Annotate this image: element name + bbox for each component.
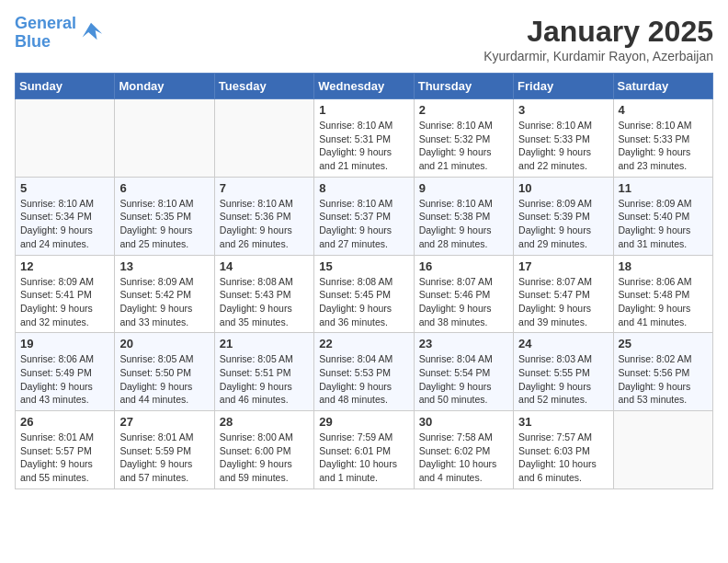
calendar-cell: 23Sunrise: 8:04 AM Sunset: 5:54 PM Dayli… — [414, 333, 513, 411]
calendar-cell — [613, 411, 712, 489]
calendar-cell: 4Sunrise: 8:10 AM Sunset: 5:33 PM Daylig… — [613, 99, 712, 178]
calendar-cell: 15Sunrise: 8:08 AM Sunset: 5:45 PM Dayli… — [314, 255, 414, 333]
day-number: 6 — [119, 181, 209, 195]
day-info: Sunrise: 8:10 AM Sunset: 5:33 PM Dayligh… — [619, 119, 708, 173]
calendar-cell: 11Sunrise: 8:09 AM Sunset: 5:40 PM Dayli… — [613, 177, 712, 255]
day-number: 20 — [119, 337, 209, 350]
day-number: 7 — [220, 181, 309, 195]
day-info: Sunrise: 8:04 AM Sunset: 5:53 PM Dayligh… — [319, 352, 408, 407]
calendar-cell: 21Sunrise: 8:05 AM Sunset: 5:51 PM Dayli… — [214, 333, 313, 411]
calendar-cell: 29Sunrise: 7:59 AM Sunset: 6:01 PM Dayli… — [314, 411, 414, 489]
calendar-cell: 28Sunrise: 8:00 AM Sunset: 6:00 PM Dayli… — [214, 411, 313, 489]
day-number: 25 — [619, 337, 708, 350]
day-info: Sunrise: 8:07 AM Sunset: 5:46 PM Dayligh… — [419, 275, 508, 329]
calendar-header-tuesday: Tuesday — [214, 74, 313, 99]
calendar-cell — [115, 99, 214, 178]
calendar-week-row: 5Sunrise: 8:10 AM Sunset: 5:34 PM Daylig… — [16, 177, 713, 255]
day-info: Sunrise: 8:10 AM Sunset: 5:35 PM Dayligh… — [119, 197, 209, 251]
title-block: January 2025 Kyurdarmir, Kurdamir Rayon,… — [483, 15, 713, 63]
day-info: Sunrise: 8:06 AM Sunset: 5:49 PM Dayligh… — [20, 352, 109, 407]
calendar-cell: 26Sunrise: 8:01 AM Sunset: 5:57 PM Dayli… — [16, 411, 115, 489]
day-number: 14 — [220, 259, 309, 273]
day-info: Sunrise: 7:59 AM Sunset: 6:01 PM Dayligh… — [319, 431, 408, 485]
day-info: Sunrise: 8:09 AM Sunset: 5:41 PM Dayligh… — [20, 275, 109, 329]
day-number: 26 — [20, 415, 109, 429]
calendar-cell: 12Sunrise: 8:09 AM Sunset: 5:41 PM Dayli… — [16, 255, 115, 333]
day-number: 18 — [619, 259, 708, 273]
calendar-cell: 31Sunrise: 7:57 AM Sunset: 6:03 PM Dayli… — [514, 411, 613, 489]
day-number: 29 — [319, 415, 408, 429]
calendar-cell: 20Sunrise: 8:05 AM Sunset: 5:50 PM Dayli… — [115, 333, 214, 411]
day-number: 17 — [518, 259, 608, 273]
day-info: Sunrise: 8:10 AM Sunset: 5:38 PM Dayligh… — [419, 197, 508, 251]
calendar-header-thursday: Thursday — [414, 74, 513, 99]
calendar-week-row: 12Sunrise: 8:09 AM Sunset: 5:41 PM Dayli… — [16, 255, 713, 333]
calendar-cell: 3Sunrise: 8:10 AM Sunset: 5:33 PM Daylig… — [514, 99, 613, 178]
day-number: 5 — [20, 181, 109, 195]
day-info: Sunrise: 8:05 AM Sunset: 5:50 PM Dayligh… — [119, 352, 209, 407]
calendar-table: SundayMondayTuesdayWednesdayThursdayFrid… — [15, 73, 713, 489]
calendar-cell: 1Sunrise: 8:10 AM Sunset: 5:31 PM Daylig… — [314, 99, 414, 178]
logo-text: GeneralBlue — [15, 15, 76, 52]
day-info: Sunrise: 8:08 AM Sunset: 5:45 PM Dayligh… — [319, 275, 408, 329]
day-info: Sunrise: 8:02 AM Sunset: 5:56 PM Dayligh… — [619, 352, 708, 407]
day-info: Sunrise: 8:10 AM Sunset: 5:31 PM Dayligh… — [319, 119, 408, 173]
day-info: Sunrise: 8:09 AM Sunset: 5:39 PM Dayligh… — [518, 197, 608, 251]
day-info: Sunrise: 8:08 AM Sunset: 5:43 PM Dayligh… — [220, 275, 309, 329]
day-info: Sunrise: 8:10 AM Sunset: 5:37 PM Dayligh… — [319, 197, 408, 251]
day-info: Sunrise: 8:09 AM Sunset: 5:42 PM Dayligh… — [119, 275, 209, 329]
calendar-cell — [214, 99, 313, 178]
calendar-week-row: 19Sunrise: 8:06 AM Sunset: 5:49 PM Dayli… — [16, 333, 713, 411]
day-info: Sunrise: 8:09 AM Sunset: 5:40 PM Dayligh… — [619, 197, 708, 251]
calendar-cell — [16, 99, 115, 178]
calendar-week-row: 1Sunrise: 8:10 AM Sunset: 5:31 PM Daylig… — [16, 99, 713, 178]
calendar-cell: 19Sunrise: 8:06 AM Sunset: 5:49 PM Dayli… — [16, 333, 115, 411]
calendar-cell: 9Sunrise: 8:10 AM Sunset: 5:38 PM Daylig… — [414, 177, 513, 255]
calendar-header-sunday: Sunday — [16, 74, 115, 99]
day-number: 10 — [518, 181, 608, 195]
day-number: 8 — [319, 181, 408, 195]
day-number: 1 — [319, 103, 408, 117]
day-number: 21 — [220, 337, 309, 350]
calendar-cell: 27Sunrise: 8:01 AM Sunset: 5:59 PM Dayli… — [115, 411, 214, 489]
day-info: Sunrise: 8:01 AM Sunset: 5:57 PM Dayligh… — [20, 431, 109, 485]
day-number: 16 — [419, 259, 508, 273]
calendar-cell: 25Sunrise: 8:02 AM Sunset: 5:56 PM Dayli… — [613, 333, 712, 411]
day-info: Sunrise: 8:03 AM Sunset: 5:55 PM Dayligh… — [518, 352, 608, 407]
day-number: 4 — [619, 103, 708, 117]
page-header: GeneralBlue January 2025 Kyurdarmir, Kur… — [15, 15, 713, 63]
day-number: 12 — [20, 259, 109, 273]
day-info: Sunrise: 8:10 AM Sunset: 5:34 PM Dayligh… — [20, 197, 109, 251]
day-number: 23 — [419, 337, 508, 350]
page-subtitle: Kyurdarmir, Kurdamir Rayon, Azerbaijan — [483, 49, 713, 63]
calendar-cell: 30Sunrise: 7:58 AM Sunset: 6:02 PM Dayli… — [414, 411, 513, 489]
day-number: 13 — [119, 259, 209, 273]
day-info: Sunrise: 8:10 AM Sunset: 5:32 PM Dayligh… — [419, 119, 508, 173]
day-number: 9 — [419, 181, 508, 195]
day-number: 28 — [220, 415, 309, 429]
day-number: 22 — [319, 337, 408, 350]
svg-marker-0 — [83, 22, 102, 40]
calendar-header-monday: Monday — [115, 74, 214, 99]
day-number: 3 — [518, 103, 608, 117]
day-info: Sunrise: 7:58 AM Sunset: 6:02 PM Dayligh… — [419, 431, 508, 485]
day-info: Sunrise: 8:01 AM Sunset: 5:59 PM Dayligh… — [119, 431, 209, 485]
day-number: 27 — [119, 415, 209, 429]
day-info: Sunrise: 8:04 AM Sunset: 5:54 PM Dayligh… — [419, 352, 508, 407]
day-number: 31 — [518, 415, 608, 429]
calendar-cell: 5Sunrise: 8:10 AM Sunset: 5:34 PM Daylig… — [16, 177, 115, 255]
calendar-cell: 18Sunrise: 8:06 AM Sunset: 5:48 PM Dayli… — [613, 255, 712, 333]
day-info: Sunrise: 8:05 AM Sunset: 5:51 PM Dayligh… — [220, 352, 309, 407]
page-title: January 2025 — [483, 15, 713, 49]
logo-bird-icon — [78, 18, 104, 44]
calendar-cell: 16Sunrise: 8:07 AM Sunset: 5:46 PM Dayli… — [414, 255, 513, 333]
calendar-header-friday: Friday — [514, 74, 613, 99]
calendar-cell: 17Sunrise: 8:07 AM Sunset: 5:47 PM Dayli… — [514, 255, 613, 333]
calendar-cell: 22Sunrise: 8:04 AM Sunset: 5:53 PM Dayli… — [314, 333, 414, 411]
calendar-cell: 7Sunrise: 8:10 AM Sunset: 5:36 PM Daylig… — [214, 177, 313, 255]
calendar-cell: 13Sunrise: 8:09 AM Sunset: 5:42 PM Dayli… — [115, 255, 214, 333]
day-number: 2 — [419, 103, 508, 117]
day-number: 15 — [319, 259, 408, 273]
calendar-week-row: 26Sunrise: 8:01 AM Sunset: 5:57 PM Dayli… — [16, 411, 713, 489]
day-number: 24 — [518, 337, 608, 350]
